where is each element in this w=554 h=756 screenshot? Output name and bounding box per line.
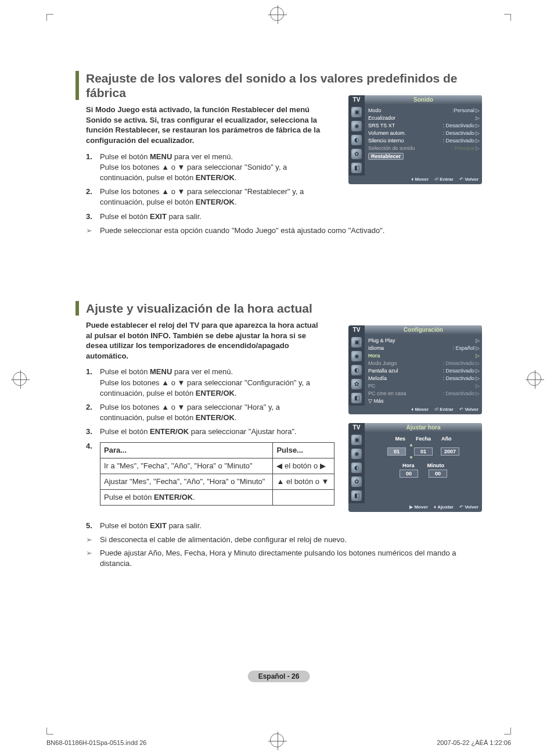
table-header: Pulse... <box>273 442 334 458</box>
osd-menu: Modo:Personal▷ Ecualizador▷ SRS TS XT: D… <box>365 105 482 175</box>
osd-icon: ◧ <box>351 163 362 173</box>
step-content: Para...Pulse... Ir a "Mes", "Fecha", "Añ… <box>100 441 334 506</box>
step-number: 2. <box>86 187 100 207</box>
table-header: Para... <box>100 442 273 458</box>
osd-title: Ajustar hora <box>365 423 482 432</box>
osd-footer: ▶ Mover ♦ Ajustar ↶ Volver <box>348 503 482 512</box>
step-number: 2. <box>86 402 100 423</box>
crop-corner <box>46 728 53 734</box>
registration-mark <box>13 372 27 386</box>
osd-selected-pill: Restablecer <box>368 153 404 160</box>
note-arrow-icon: ➢ <box>86 548 100 569</box>
clock-value-fecha: 01 <box>414 447 433 456</box>
step-number: 1. <box>86 367 100 399</box>
clock-label-fecha: Fecha <box>416 436 431 442</box>
osd-icon: ◉ <box>351 449 362 459</box>
osd-sidebar-icons: ▣ ◉ ◐ ✿ ◧ <box>348 432 365 503</box>
step-text: Pulse el botón EXIT para salir. <box>100 212 325 222</box>
step-text: Pulse el botón EXIT para salir. <box>100 521 325 531</box>
osd-icon: ✿ <box>351 149 362 159</box>
osd-icon: ✿ <box>351 476 362 487</box>
osd-title: Sonido <box>365 95 482 105</box>
clock-label-hora: Hora <box>402 463 415 468</box>
osd-icon: ◐ <box>351 463 362 473</box>
note-arrow-icon: ➢ <box>86 535 100 545</box>
table-cell: ▲ el botón o ▼ <box>273 474 334 489</box>
osd-tv-label: TV <box>348 325 365 335</box>
osd-icon: ▣ <box>351 337 362 347</box>
step-text: Pulse el botón MENU para ver el menú.Pul… <box>100 152 325 184</box>
table-cell: ◀ el botón o ▶ <box>273 458 334 474</box>
section2-note1: ➢ Si desconecta el cable de alimentación… <box>75 535 488 545</box>
step-number: 4. <box>86 441 100 506</box>
clock-label-mes: Mes <box>395 436 405 442</box>
osd-title: Configuración <box>365 325 482 335</box>
clock-grid: Mes Fecha Año ▲ 01 01 2007 ▼ Hora Minuto <box>365 432 482 503</box>
section2-note2: ➢ Puede ajustar Año, Mes, Fecha, Hora y … <box>75 548 488 569</box>
print-timestamp: 2007-05-22 ¿ÀÈÄ 1:22:06 <box>437 739 511 746</box>
registration-mark <box>527 372 541 386</box>
section1-intro: Si Modo Juego está activado, la función … <box>75 105 325 145</box>
section1-steps: 1. Pulse el botón MENU para ver el menú.… <box>75 152 325 222</box>
osd-icon: ◐ <box>351 365 362 375</box>
osd-icon: ◧ <box>351 490 362 501</box>
osd-sonido: TV Sonido ▣ ◉ ◐ ✿ ◧ Modo:Personal▷ Ecual… <box>348 95 482 184</box>
step-number: 3. <box>86 212 100 222</box>
clock-label-ano: Año <box>441 436 452 442</box>
osd-menu: Plug & Play▷ Idioma: Español▷ Hora▷ Modo… <box>365 335 482 406</box>
step-text: Pulse el botón ENTER/OK para seleccionar… <box>100 427 325 437</box>
step-text: Pulse los botones ▲ o ▼ para seleccionar… <box>100 187 325 207</box>
step-text: Pulse el botón MENU para ver el menú.Pul… <box>100 367 325 399</box>
osd-tv-label: TV <box>348 95 365 105</box>
clock-value-hora: 00 <box>400 470 418 478</box>
page-content: Reajuste de los valores del sonido a los… <box>46 14 511 746</box>
table-cell: Ir a "Mes", "Fecha", "Año", "Hora" o "Mi… <box>100 458 273 474</box>
clock-label-minuto: Minuto <box>427 463 445 468</box>
crop-corner <box>46 14 53 21</box>
section2-steps: 1. Pulse el botón MENU para ver el menú.… <box>75 367 325 531</box>
up-arrow-icon: ▲ <box>370 443 476 447</box>
clock-instructions-table: Para...Pulse... Ir a "Mes", "Fecha", "Añ… <box>100 442 334 506</box>
table-cell <box>273 490 334 506</box>
clock-value-mes: 01 <box>387 447 406 456</box>
note-text: Puede seleccionar esta opción cuando "Mo… <box>100 225 384 236</box>
osd-icon: ◐ <box>351 135 362 145</box>
osd-icon: ◉ <box>351 351 362 361</box>
table-cell: Ajustar "Mes", "Fecha", "Año", "Hora" o … <box>100 474 273 489</box>
osd-sidebar-icons: ▣ ◉ ◐ ✿ ◧ <box>348 105 365 175</box>
crop-corner <box>504 728 511 734</box>
down-arrow-icon: ▼ <box>370 456 476 460</box>
clock-value-ano: 2007 <box>441 447 459 456</box>
step-number: 3. <box>86 427 100 437</box>
osd-tv-label: TV <box>348 423 365 432</box>
osd-ajustar-hora: TV Ajustar hora ▣ ◉ ◐ ✿ ◧ Mes Fecha Año … <box>348 423 482 512</box>
osd-icon: ✿ <box>351 379 362 389</box>
osd-icon: ◉ <box>351 121 362 131</box>
clock-value-minuto: 00 <box>429 470 447 478</box>
osd-footer: ♦ Mover ⏎ Entrar ↶ Volver <box>348 406 482 414</box>
step-text: Pulse los botones ▲ o ▼ para seleccionar… <box>100 402 325 423</box>
osd-configuracion: TV Configuración ▣ ◉ ◐ ✿ ◧ Plug & Play▷ … <box>348 325 482 414</box>
table-cell: Pulse el botón ENTER/OK. <box>100 490 273 506</box>
note-text: Puede ajustar Año, Mes, Fecha, Hora y Mi… <box>100 548 488 569</box>
step-number: 5. <box>86 521 100 531</box>
note-arrow-icon: ➢ <box>86 225 100 236</box>
osd-sidebar-icons: ▣ ◉ ◐ ✿ ◧ <box>348 335 365 406</box>
section2-title: Ajuste y visualización de la hora actual <box>75 301 488 316</box>
crop-corner <box>504 14 511 21</box>
osd-row-label: Modo <box>368 108 382 113</box>
osd-icon: ▣ <box>351 107 362 117</box>
osd-icon: ▣ <box>351 435 362 445</box>
page-number-pill: Español - 26 <box>248 671 310 682</box>
section2-intro: Puede establecer el reloj del TV para qu… <box>75 320 325 361</box>
print-file-name: BN68-01186H-01Spa-0515.indd 26 <box>46 739 146 746</box>
osd-icon: ◧ <box>351 393 362 403</box>
section1-note: ➢ Puede seleccionar esta opción cuando "… <box>75 225 488 236</box>
step-number: 1. <box>86 152 100 184</box>
osd-footer: ♦ Mover ⏎ Entrar ↶ Volver <box>348 175 482 184</box>
note-text: Si desconecta el cable de alimentación, … <box>100 535 347 545</box>
